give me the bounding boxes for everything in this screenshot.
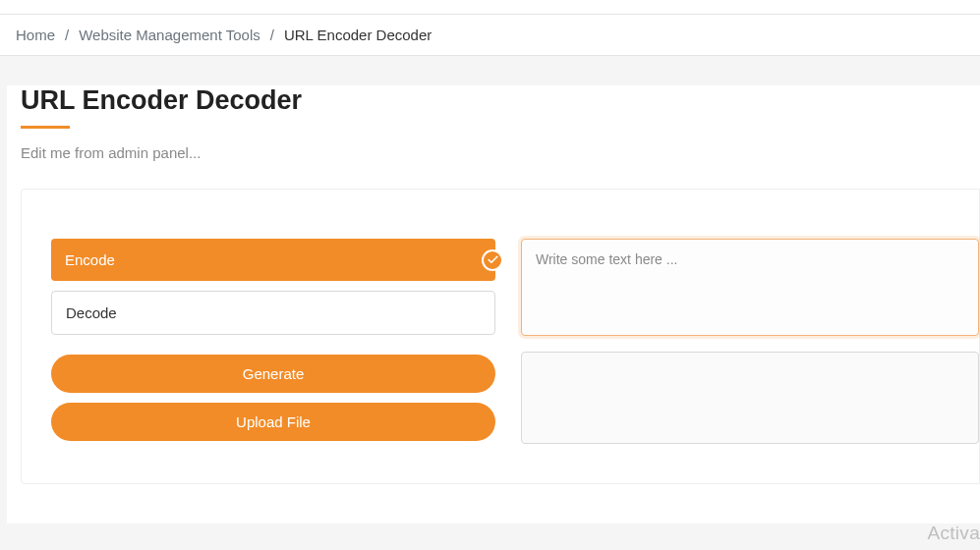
output-box bbox=[521, 352, 979, 444]
option-encode-label: Encode bbox=[65, 251, 115, 268]
page-subtitle: Edit me from admin panel... bbox=[21, 144, 980, 161]
breadcrumb-home[interactable]: Home bbox=[16, 27, 55, 43]
page-content: URL Encoder Decoder Edit me from admin p… bbox=[0, 56, 980, 523]
tool-panel: Encode Decode Generate Upload File bbox=[21, 189, 980, 484]
breadcrumb-current: URL Encoder Decoder bbox=[284, 27, 432, 43]
upload-file-button[interactable]: Upload File bbox=[51, 403, 495, 441]
option-decode[interactable]: Decode bbox=[51, 291, 495, 335]
page-title: URL Encoder Decoder bbox=[21, 85, 980, 116]
breadcrumb-separator: / bbox=[270, 27, 274, 43]
top-bar bbox=[0, 0, 980, 15]
option-decode-label: Decode bbox=[66, 304, 117, 321]
main-card: URL Encoder Decoder Edit me from admin p… bbox=[7, 85, 980, 523]
title-underline bbox=[21, 126, 70, 129]
breadcrumb-separator: / bbox=[65, 27, 69, 43]
breadcrumb: Home / Website Management Tools / URL En… bbox=[0, 15, 980, 56]
check-icon bbox=[482, 249, 503, 271]
option-encode[interactable]: Encode bbox=[51, 239, 495, 281]
options-column: Encode Decode Generate Upload File bbox=[51, 239, 495, 444]
generate-button[interactable]: Generate bbox=[51, 355, 495, 393]
breadcrumb-tools[interactable]: Website Management Tools bbox=[79, 27, 260, 43]
input-textarea[interactable] bbox=[521, 239, 979, 336]
io-column bbox=[521, 239, 979, 444]
watermark-text: Activa bbox=[927, 522, 980, 544]
